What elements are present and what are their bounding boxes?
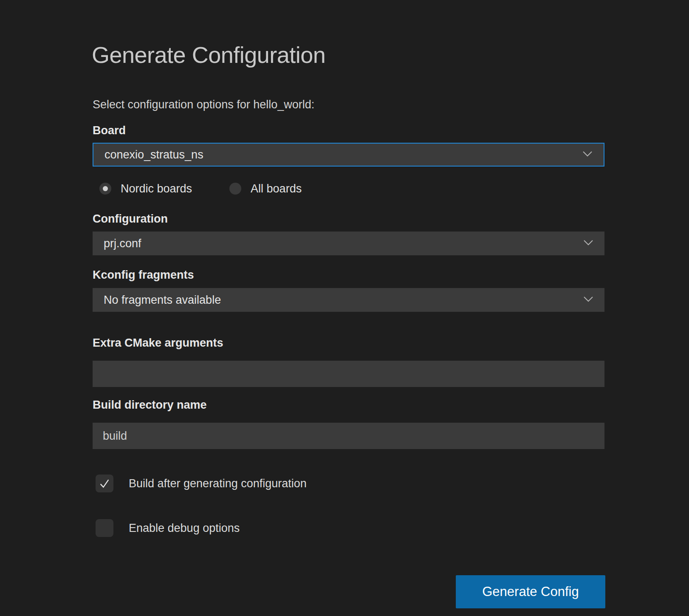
chevron-down-icon	[582, 151, 593, 159]
radio-circle-icon	[99, 183, 111, 195]
radio-all-boards[interactable]: All boards	[229, 183, 302, 195]
board-select[interactable]: conexio_stratus_ns	[93, 143, 604, 167]
build-directory-name-label: Build directory name	[93, 398, 207, 412]
checkbox-build-after-generating-label: Build after generating configuration	[129, 477, 307, 490]
radio-circle-icon	[229, 183, 241, 195]
configuration-select[interactable]: prj.conf	[93, 232, 604, 255]
board-select-value: conexio_stratus_ns	[104, 148, 582, 161]
generate-configuration-panel: Generate Configuration Select configurat…	[0, 0, 689, 616]
board-filter-radio-group: Nordic boards All boards	[99, 183, 302, 195]
kconfig-fragments-select-value: No fragments available	[104, 294, 583, 307]
extra-cmake-arguments-input[interactable]	[93, 361, 604, 387]
radio-all-boards-label: All boards	[251, 183, 302, 195]
configuration-label: Configuration	[93, 212, 168, 226]
build-directory-name-input[interactable]	[93, 423, 604, 449]
checkbox-icon	[96, 519, 113, 537]
kconfig-fragments-label: Kconfig fragments	[93, 268, 194, 282]
extra-cmake-arguments-label: Extra CMake arguments	[93, 336, 223, 350]
checkbox-enable-debug-options-label: Enable debug options	[129, 522, 240, 535]
configuration-select-value: prj.conf	[104, 237, 583, 250]
generate-config-button[interactable]: Generate Config	[456, 575, 605, 608]
radio-nordic-boards-label: Nordic boards	[121, 183, 192, 195]
page-subtitle: Select configuration options for hello_w…	[93, 98, 314, 111]
checkbox-enable-debug-options[interactable]: Enable debug options	[96, 519, 240, 537]
checkbox-icon	[96, 475, 113, 492]
chevron-down-icon	[583, 240, 593, 248]
board-label: Board	[93, 124, 126, 137]
radio-nordic-boards[interactable]: Nordic boards	[99, 183, 192, 195]
kconfig-fragments-select[interactable]: No fragments available	[93, 288, 604, 312]
radio-dot-icon	[103, 186, 108, 191]
checkbox-build-after-generating[interactable]: Build after generating configuration	[96, 475, 307, 492]
check-icon	[98, 477, 111, 490]
page-title: Generate Configuration	[92, 42, 325, 68]
chevron-down-icon	[583, 296, 593, 304]
